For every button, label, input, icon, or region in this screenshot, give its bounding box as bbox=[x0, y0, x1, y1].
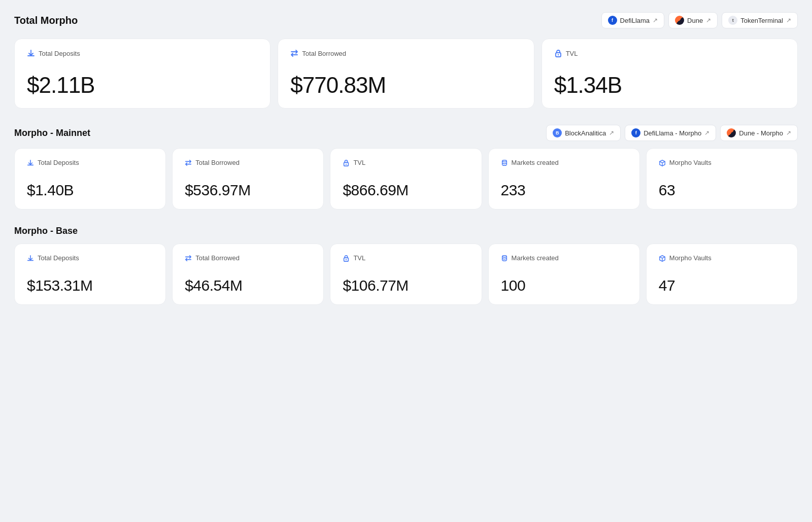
mainnet-links: B BlockAnalitica ↗ f DefiLlama - Morpho … bbox=[546, 125, 798, 141]
top-header: Total Morpho f DefiLlama ↗ Dune ↗ t Toke… bbox=[14, 12, 798, 28]
defillama-link[interactable]: f DefiLlama ↗ bbox=[601, 12, 665, 28]
blockanalitica-logo: B bbox=[553, 128, 562, 137]
dune-morpho-arrow-icon: ↗ bbox=[786, 129, 791, 136]
card-total-deposits: Total Deposits $2.11B bbox=[14, 39, 270, 109]
card-mainnet-markets-label: Markets created bbox=[501, 159, 627, 166]
card-tvl-label: TVL bbox=[554, 49, 785, 57]
base-transfer-icon bbox=[185, 255, 192, 262]
card-base-markets-created: Markets created 100 bbox=[488, 243, 640, 305]
mainnet-db-icon bbox=[501, 159, 508, 166]
dune-morpho-link[interactable]: Dune - Morpho ↗ bbox=[720, 125, 798, 141]
card-mainnet-borrowed-label: Total Borrowed bbox=[185, 159, 311, 166]
card-mainnet-total-deposits: Total Deposits $1.40B bbox=[14, 148, 166, 210]
card-base-markets-value: 100 bbox=[501, 277, 627, 294]
dune-link[interactable]: Dune ↗ bbox=[668, 12, 718, 28]
base-deposit-icon bbox=[27, 255, 34, 262]
mainnet-cards: Total Deposits $1.40B Total Borrowed $53… bbox=[14, 148, 798, 210]
defillama-morpho-logo: f bbox=[631, 128, 640, 137]
card-tvl: TVL $1.34B bbox=[542, 39, 798, 109]
base-cards: Total Deposits $153.31M Total Borrowed $… bbox=[14, 243, 798, 305]
base-title: Morpho - Base bbox=[14, 226, 78, 236]
transfer-icon bbox=[290, 49, 298, 57]
blockanalitica-label: BlockAnalitica bbox=[565, 129, 606, 137]
card-mainnet-vaults-label: Morpho Vaults bbox=[659, 159, 785, 166]
card-total-borrowed-label: Total Borrowed bbox=[290, 49, 521, 57]
base-db-icon bbox=[501, 255, 508, 262]
card-base-deposits-value: $153.31M bbox=[27, 277, 153, 294]
svg-point-4 bbox=[502, 160, 506, 162]
card-mainnet-vaults-value: 63 bbox=[659, 182, 785, 199]
mainnet-deposit-icon bbox=[27, 159, 34, 166]
card-base-markets-label: Markets created bbox=[501, 254, 627, 262]
card-base-total-deposits: Total Deposits $153.31M bbox=[14, 243, 166, 305]
card-mainnet-tvl: TVL $866.69M bbox=[330, 148, 482, 210]
card-total-deposits-value: $2.11B bbox=[27, 73, 258, 98]
card-base-borrowed-value: $46.54M bbox=[185, 277, 311, 294]
mainnet-box-icon bbox=[659, 159, 666, 166]
defillama-logo: f bbox=[608, 16, 617, 25]
svg-point-6 bbox=[346, 259, 347, 260]
defillama-arrow-icon: ↗ bbox=[653, 17, 658, 24]
blockanalitica-link[interactable]: B BlockAnalitica ↗ bbox=[546, 125, 621, 141]
defillama-label: DefiLlama bbox=[620, 17, 650, 24]
tokenterminal-arrow-icon: ↗ bbox=[786, 17, 791, 24]
page-title: Total Morpho bbox=[14, 15, 78, 26]
total-morpho-cards: Total Deposits $2.11B Total Borrowed $77… bbox=[14, 39, 798, 109]
defillama-morpho-label: DefiLlama - Morpho bbox=[644, 129, 701, 137]
dune-label: Dune bbox=[687, 17, 703, 24]
base-section-header: Morpho - Base bbox=[14, 226, 798, 236]
tokenterminal-logo: t bbox=[728, 16, 737, 25]
card-base-total-borrowed: Total Borrowed $46.54M bbox=[172, 243, 324, 305]
card-total-borrowed-value: $770.83M bbox=[290, 73, 521, 98]
mainnet-section-header: Morpho - Mainnet B BlockAnalitica ↗ f De… bbox=[14, 125, 798, 141]
mainnet-title: Morpho - Mainnet bbox=[14, 128, 90, 138]
card-mainnet-morpho-vaults: Morpho Vaults 63 bbox=[646, 148, 798, 210]
dune-morpho-label: Dune - Morpho bbox=[739, 129, 783, 137]
lock-icon bbox=[554, 49, 562, 57]
dune-logo bbox=[675, 16, 684, 25]
card-base-tvl-value: $106.77M bbox=[343, 277, 469, 294]
svg-point-3 bbox=[346, 163, 347, 164]
card-base-vaults-value: 47 bbox=[659, 277, 785, 294]
card-base-tvl: TVL $106.77M bbox=[330, 243, 482, 305]
base-lock-icon bbox=[343, 255, 350, 262]
card-base-vaults-label: Morpho Vaults bbox=[659, 254, 785, 262]
card-base-tvl-label: TVL bbox=[343, 254, 469, 262]
svg-point-7 bbox=[502, 255, 506, 257]
dune-arrow-icon: ↗ bbox=[706, 17, 711, 24]
defillama-morpho-arrow-icon: ↗ bbox=[704, 129, 709, 136]
card-mainnet-borrowed-value: $536.97M bbox=[185, 182, 311, 199]
tokenterminal-link[interactable]: t TokenTerminal ↗ bbox=[722, 12, 798, 28]
card-mainnet-deposits-value: $1.40B bbox=[27, 182, 153, 199]
base-box-icon bbox=[659, 255, 666, 262]
card-tvl-value: $1.34B bbox=[554, 73, 785, 98]
dune-morpho-logo bbox=[727, 128, 736, 137]
defillama-morpho-link[interactable]: f DefiLlama - Morpho ↗ bbox=[625, 125, 716, 141]
card-base-borrowed-label: Total Borrowed bbox=[185, 254, 311, 262]
mainnet-transfer-icon bbox=[185, 159, 192, 166]
card-total-deposits-label: Total Deposits bbox=[27, 49, 258, 57]
card-mainnet-total-borrowed: Total Borrowed $536.97M bbox=[172, 148, 324, 210]
card-mainnet-markets-value: 233 bbox=[501, 182, 627, 199]
card-mainnet-deposits-label: Total Deposits bbox=[27, 159, 153, 166]
blockanalitica-arrow-icon: ↗ bbox=[609, 129, 614, 136]
header-links: f DefiLlama ↗ Dune ↗ t TokenTerminal ↗ bbox=[601, 12, 798, 28]
card-base-deposits-label: Total Deposits bbox=[27, 254, 153, 262]
mainnet-lock-icon bbox=[343, 159, 350, 166]
card-mainnet-tvl-label: TVL bbox=[343, 159, 469, 166]
tokenterminal-label: TokenTerminal bbox=[740, 17, 783, 24]
card-total-borrowed: Total Borrowed $770.83M bbox=[278, 39, 534, 109]
svg-point-1 bbox=[557, 54, 558, 55]
deposit-icon bbox=[27, 49, 35, 57]
card-mainnet-markets-created: Markets created 233 bbox=[488, 148, 640, 210]
card-mainnet-tvl-value: $866.69M bbox=[343, 182, 469, 199]
card-base-morpho-vaults: Morpho Vaults 47 bbox=[646, 243, 798, 305]
